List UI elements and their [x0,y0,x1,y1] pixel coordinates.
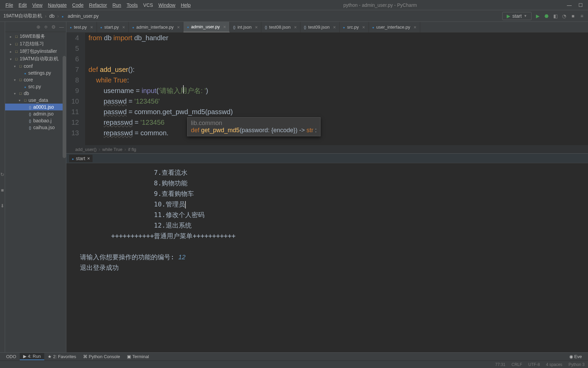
run-toolwindow-button[interactable]: ▶ 4: Run [20,353,44,360]
run-button[interactable]: ▶ [535,13,540,19]
tree-item[interactable]: caihua.jso [5,124,66,131]
tree-item[interactable]: ▾□core [5,76,66,83]
collapse-icon[interactable]: — [59,24,64,30]
tree-item[interactable]: baobao.j [5,117,66,124]
editor-tab[interactable]: admin_user.py× [183,22,230,32]
tree-item[interactable]: src.py [5,83,66,90]
rerun-icon[interactable]: ↻ [0,172,4,177]
menu-code[interactable]: Code [69,1,86,9]
hint-ret-type: str [307,127,313,134]
stop-icon[interactable]: ■ [1,187,4,193]
tab-label: user_interface.py [376,25,410,30]
minimize-icon[interactable]: — [567,2,572,8]
indent[interactable]: 4 spaces [546,362,562,367]
interpreter[interactable]: Python 3 [569,362,585,367]
menu-view[interactable]: View [30,1,45,9]
editor-tab[interactable]: int.json× [230,22,261,32]
close-icon[interactable]: × [254,25,258,30]
todo-button[interactable]: ODO [3,353,20,360]
editor-tab[interactable]: test09.json× [300,22,340,32]
tree-item[interactable]: ▸□18打包pyiinstaller [5,48,66,55]
menu-help[interactable]: Help [178,1,193,9]
menu-vcs[interactable]: VCS [141,1,156,9]
maximize-icon[interactable]: ☐ [578,2,583,8]
project-tree[interactable]: ▸□16WEB服务▸□17总结练习▸□18打包pyiinstaller▾□19A… [5,32,66,361]
run-console[interactable]: 7.查看流水 8.购物功能 9.查看购物车 10.管理员 11.修改个人密码 1… [66,163,588,361]
python-console-button[interactable]: ⌘ Python Console [80,353,124,360]
close-icon[interactable]: × [87,156,90,161]
crumb-root[interactable]: 19ATM自动取款机 [3,13,42,19]
target-icon[interactable]: ⊕ [36,24,40,30]
tree-item[interactable]: settings.py [5,70,66,76]
gear-icon[interactable]: ⚙ [51,24,56,30]
close-icon[interactable]: × [121,25,125,30]
more-button[interactable]: ≡ [579,13,585,19]
close-icon[interactable]: × [293,25,297,30]
expand-icon[interactable]: ≑ [44,24,48,30]
tree-item[interactable]: a0001.jso [5,104,66,110]
menu-run[interactable]: Run [110,1,124,9]
editor-tab[interactable]: test08.json× [261,22,300,32]
json-file-icon [29,125,31,130]
tree-item[interactable]: ▸□16WEB服务 [5,33,66,40]
editor-tab[interactable]: test.py× [66,22,97,32]
code-editor[interactable]: 45678910111213 from db import db_handler… [66,33,588,145]
close-icon[interactable]: × [222,24,226,30]
editor-tab[interactable]: src.py× [340,22,369,32]
event-log-button[interactable]: ◉ Eve [566,353,585,360]
crumb-db[interactable]: db [49,13,55,19]
tree-item[interactable]: admin.jso [5,110,66,117]
line-separator[interactable]: CRLF [511,362,522,367]
menu-file[interactable]: File [3,1,16,9]
tree-item[interactable]: ▸□17总结练习 [5,40,66,48]
coverage-button[interactable]: ◧ [553,13,558,19]
run-config-selector[interactable]: ▶ start ▼ [502,12,532,20]
tree-item[interactable]: ▾□conf [5,63,66,70]
close-icon[interactable]: × [332,25,336,30]
favorites-button[interactable]: ★ 2: Favorites [44,353,80,360]
text-caret [183,85,184,93]
close-icon[interactable]: × [361,25,365,30]
encoding[interactable]: UTF-8 [528,362,540,367]
bc-while[interactable]: while True [100,147,125,152]
line-col[interactable]: 77:31 [495,362,505,367]
crumb-file[interactable]: admin_user.py [62,13,99,19]
folder-icon: □ [24,98,27,102]
tree-item-label: admin.jso [33,111,54,117]
download-icon[interactable]: ⬇ [0,203,4,209]
menu-refactor[interactable]: Refactor [86,1,110,9]
menu-window[interactable]: Window [156,1,178,9]
editor-tab[interactable]: admin_interface.py× [129,22,183,32]
tree-item-label: 16WEB服务 [20,33,45,40]
bottom-toolbar: ODO ▶ 4: Run ★ 2: Favorites ⌘ Python Con… [0,352,588,361]
menu-navigate[interactable]: Navigate [45,1,69,9]
tree-item-label: caihua.jso [33,125,55,130]
scrollbar-thumb[interactable] [63,56,66,158]
tree-item-label: 18打包pyiinstaller [20,48,57,55]
run-toolbar: ▶ start ▼ ▶ ⬣ ◧ ◔ ■ ≡ [502,12,585,20]
menu-edit[interactable]: Edit [16,1,30,9]
close-icon[interactable]: × [412,25,416,30]
line-gutter: 45678910111213 [66,33,85,145]
tree-item[interactable]: ▾□use_data [5,97,66,104]
editor-tab[interactable]: user_interface.py× [369,22,420,32]
tree-item[interactable]: ▾□19ATM自动取款机 [5,55,66,63]
stop-button[interactable]: ■ [570,13,576,19]
close-icon[interactable]: × [176,25,180,30]
hint-args: (password: {encode}) -> [240,127,307,134]
run-tab-start[interactable]: start × [69,155,93,162]
terminal-button[interactable]: ▣ Terminal [124,353,152,360]
bc-func[interactable]: add_user() [73,147,99,152]
tab-label: test09.json [308,25,330,30]
editor-tab[interactable]: start.py× [97,22,129,32]
folder-icon: □ [19,91,22,95]
tree-item[interactable]: ▾□db [5,90,66,97]
chevron-right-icon: › [44,13,48,19]
profile-button[interactable]: ◔ [561,13,567,19]
close-icon[interactable]: × [89,25,93,30]
json-file-icon [29,118,31,123]
debug-button[interactable]: ⬣ [544,13,549,19]
code-body[interactable]: from db import db_handler def add_user()… [85,33,588,145]
bc-if[interactable]: if flg [126,147,138,152]
menu-tools[interactable]: Tools [124,1,141,9]
